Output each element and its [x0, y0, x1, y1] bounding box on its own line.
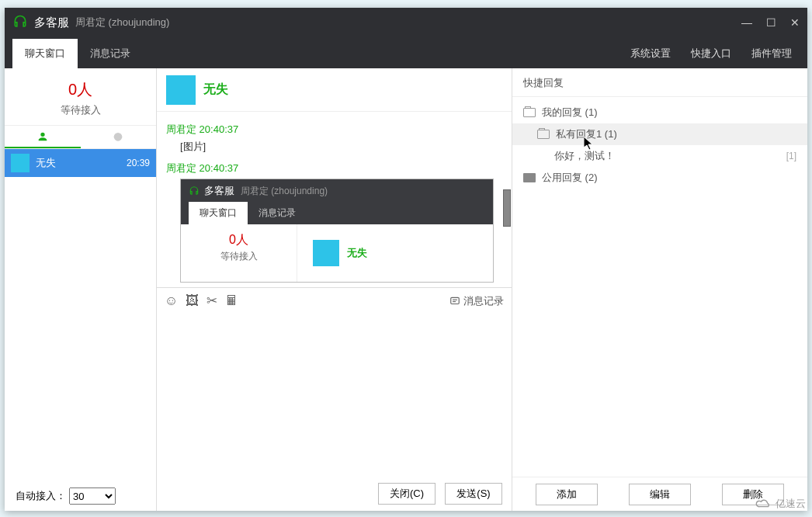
embedded-screenshot: 多客服 周君定 (zhoujunding) 聊天窗口 消息记录 0人 等待接入 [180, 179, 494, 283]
embed-title: 多客服 [204, 184, 234, 198]
svg-rect-1 [451, 297, 460, 304]
embed-tab: 消息记录 [248, 202, 307, 224]
tab-chat-window[interactable]: 聊天窗口 [12, 39, 78, 68]
message-meta: 周君定 20:40:37 [166, 123, 502, 137]
chat-bubble-icon [112, 131, 124, 144]
app-title: 多客服 [34, 16, 69, 30]
folder-open-icon [537, 130, 550, 139]
folder-my-replies[interactable]: 我的回复 (1) [512, 102, 807, 123]
auto-accept-select[interactable]: 30 [69, 488, 116, 505]
message-history-button[interactable]: 消息记录 [449, 294, 504, 308]
add-button[interactable]: 添加 [536, 484, 598, 505]
message-meta: 周君定 20:40:37 [166, 161, 502, 175]
auto-accept-label: 自动接入： [16, 489, 66, 503]
chat-area: 无失 周君定 20:40:37 [图片] 周君定 20:40:37 多客服 周君… [157, 68, 512, 511]
tab-messages[interactable] [81, 126, 157, 148]
quick-reply-item[interactable]: 你好，测试！ [1] [512, 145, 807, 167]
embed-contact: 无失 [347, 246, 367, 260]
headset-icon [189, 186, 200, 196]
scissors-icon[interactable]: ✂ [206, 293, 217, 309]
avatar [166, 75, 196, 105]
waiting-count: 0人 [5, 79, 156, 100]
emoji-icon[interactable]: ☺ [165, 293, 178, 309]
folder-closed-icon [523, 173, 536, 182]
message-text: [图片] [166, 137, 502, 157]
embed-label: 等待接入 [181, 250, 297, 263]
menu-system-settings[interactable]: 系统设置 [630, 47, 671, 61]
contact-item[interactable]: 无失 20:39 [5, 149, 156, 177]
svg-point-0 [114, 133, 123, 141]
menu-plugin-manage[interactable]: 插件管理 [751, 47, 792, 61]
contact-name: 无失 [36, 156, 127, 170]
close-chat-button[interactable]: 关闭(C) [378, 483, 435, 505]
close-button[interactable]: ✕ [790, 16, 800, 29]
maximize-button[interactable]: ☐ [766, 16, 776, 29]
minimize-button[interactable]: — [741, 16, 752, 29]
user-label: 周君定 (zhoujunding) [75, 16, 169, 29]
chat-header: 无失 [157, 68, 512, 112]
embed-count: 0人 [181, 232, 297, 248]
scrollbar[interactable] [502, 112, 512, 287]
app-window: 多客服 周君定 (zhoujunding) — ☐ ✕ 聊天窗口 消息记录 系统… [5, 8, 807, 511]
contact-list: 无失 20:39 [5, 149, 156, 511]
chat-contact-name: 无失 [203, 82, 228, 98]
chat-footer: 关闭(C) 发送(S) [157, 477, 512, 511]
status-bar: 自动接入： 30 [11, 483, 120, 509]
sidebar: 0人 等待接入 无失 20:39 [5, 68, 157, 511]
chat-body[interactable]: 周君定 20:40:37 [图片] 周君定 20:40:37 多客服 周君定 (… [157, 112, 512, 287]
waiting-label: 等待接入 [5, 103, 156, 117]
avatar [313, 240, 339, 266]
person-icon [36, 130, 49, 143]
quick-reply-title: 快捷回复 [512, 68, 807, 97]
watermark: 亿速云 [755, 497, 806, 511]
waiting-panel: 0人 等待接入 [5, 68, 156, 126]
embed-tab: 聊天窗口 [189, 202, 248, 224]
reply-count: [1] [786, 151, 796, 161]
folder-public-replies[interactable]: 公用回复 (2) [512, 167, 807, 189]
embed-user: 周君定 (zhoujunding) [241, 185, 328, 198]
input-toolbar: ☺ 🖼 ✂ 🖩 消息记录 [157, 287, 512, 314]
titlebar: 多客服 周君定 (zhoujunding) — ☐ ✕ [5, 8, 807, 37]
send-button[interactable]: 发送(S) [445, 483, 502, 505]
folder-private-reply-1[interactable]: 私有回复1 (1) [512, 123, 807, 145]
tab-message-log[interactable]: 消息记录 [78, 39, 143, 68]
quick-reply-panel: 快捷回复 我的回复 (1) 私有回复1 (1) 你好，测试！ [1] 公用回复 … [512, 68, 807, 511]
calculator-icon[interactable]: 🖩 [225, 293, 238, 309]
menubar: 聊天窗口 消息记录 系统设置 快捷入口 插件管理 [5, 37, 807, 68]
avatar [11, 154, 29, 172]
scrollbar-thumb[interactable] [503, 189, 511, 227]
menu-quick-entry[interactable]: 快捷入口 [691, 47, 731, 61]
folder-open-icon [523, 108, 536, 117]
contact-time: 20:39 [127, 158, 150, 168]
image-icon[interactable]: 🖼 [186, 293, 199, 309]
edit-button[interactable]: 编辑 [629, 484, 691, 505]
tab-contacts[interactable] [5, 126, 81, 148]
chat-lines-icon [449, 296, 460, 307]
headset-icon [12, 14, 28, 32]
message-input[interactable] [157, 314, 512, 477]
